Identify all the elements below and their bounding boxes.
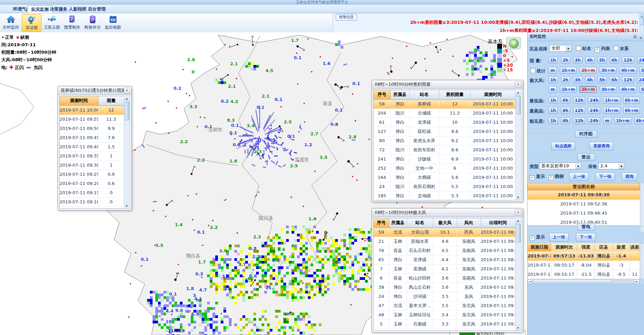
table-row[interactable]: 2019-07-11 09:509.9 [60,124,124,133]
table-row[interactable]: 2019-07-11 09:100 [60,198,124,207]
column-header[interactable]: 站名 [410,90,440,99]
toolbar-calendar-refresh-button[interactable]: 监控刷新 [104,14,123,31]
scroll-thumb[interactable] [125,102,129,120]
period-button-2h+m[interactable]: 2h+m [580,67,596,74]
period-button-1h[interactable]: 1h [549,97,558,104]
period-button-12h[interactable]: 12h [573,117,585,124]
period-button-5h+m[interactable]: 5h+m [640,86,644,93]
scroll-thumb[interactable] [533,279,612,284]
table-row[interactable]: 72陆川良田车田村8.62019-07-11 10:00 [374,146,516,155]
radar-image-item[interactable]: 2019-07-11 09:52:36 [528,200,640,209]
period-button-5h[interactable]: 5h [598,57,607,64]
table-row[interactable]: 164博白大垌镇5.62019-07-11 10:00 [374,173,516,182]
period-button-4h+m[interactable]: 4h+m [619,67,636,74]
table-row[interactable]: 76容县石头石剑村4.5东南风2019-07-11 08:08 [374,246,516,255]
period-button-12h[interactable]: 12h [573,107,585,114]
scroll-down-icon[interactable]: ▼ [516,325,520,331]
period-button-1h[interactable]: 1h [549,117,558,124]
scroll-down-icon[interactable]: ▼ [516,195,520,200]
table-row[interactable]: 2019-07-11 09:457.6 [60,133,124,143]
radar-图例[interactable]: ✓图例 [548,174,567,179]
period-button-1h[interactable]: 1h [549,57,558,64]
period-button-6h[interactable]: 6h [561,117,570,124]
period-button-1h+m[interactable]: 1h+m [603,107,620,114]
popup-title[interactable]: 08时~10时00分钟累积雨量 × [372,80,523,89]
lightning-show-checkbox[interactable]: ✓ [530,236,535,241]
layer-水系[interactable]: 水系 [613,46,632,51]
max-wind-popup[interactable]: 08时~10时00分钟极大风 × 序号所属县站名极大风风向出现时间59北流大容山… [372,208,523,333]
table-row[interactable]: 65博白龙潭镇4.4东北风2019-07-11 08:34 [374,255,516,265]
close-icon[interactable]: × [515,82,521,87]
layer-站名-checkbox[interactable] [576,46,581,51]
lt-next-button[interactable]: 下一张 [576,233,596,241]
column-header[interactable]: 观测日期 [528,243,551,252]
county-select[interactable]: 全部 ▼ [549,45,572,52]
lightning-hscrollbar[interactable]: ◄ ► [528,279,640,284]
table-row[interactable]: 2019-07-11 09:250.9 [60,170,124,179]
table-row[interactable]: 2019-07-11 09:351 [60,152,124,161]
period-button-6h+m[interactable]: 6h+m [634,117,644,124]
table-row[interactable]: 61博白龙潭镇102019-07-11 10:00 [374,118,516,127]
zoom-in-button[interactable]: + [509,39,519,48]
table-row[interactable]: 48玉林玉林站旧址3.4东北风2019-07-11 09:09 [374,311,516,320]
layer-水系-checkbox[interactable] [613,46,618,51]
lightning-show[interactable]: ✓显示 [530,235,548,239]
period-button-3h+m[interactable]: 3h+m [600,86,616,93]
popup-scrollbar[interactable]: ▲▼ [515,218,521,331]
layer-列表[interactable]: ✓列表 [595,46,613,51]
column-header[interactable]: 观测时次 [551,243,577,252]
column-header[interactable]: 站名 [407,218,434,228]
period-button-1h[interactable]: 1h [549,107,558,114]
table-row[interactable]: 7玉林卖酒镇4.2东南风2019-07-11 09:59 [374,265,516,274]
scroll-up-icon[interactable]: ▲ [640,14,644,18]
column-header[interactable]: 所属县 [389,218,407,228]
period-button-2h+m[interactable]: 2h+m [580,86,596,93]
radar-显示-checkbox[interactable]: ✓ [530,175,535,180]
period-button-24h[interactable]: 24h [637,77,644,83]
period-button-4h[interactable]: 4h [585,57,595,64]
table-row[interactable]: 5玉林石南镇3.3东北风2019-07-11 09:59 [374,320,516,329]
scroll-thumb[interactable] [516,96,521,114]
lightning-row[interactable]: 2019-07-1109:55:17-21.5博白县-9.511 [528,270,640,279]
toolbar-warning-doc-button[interactable]: 预警制作 [63,14,82,31]
period-button-4h+m[interactable]: 4h+m [619,86,636,93]
period-button-m[interactable]: m [603,117,611,124]
radar-elev-select[interactable]: 2.4 ▼ [598,163,625,169]
column-header[interactable]: 风向 [457,218,481,228]
lt-prev-button[interactable]: 上一张 [549,233,569,241]
period-button-4h[interactable]: 4h [585,77,595,83]
scroll-down-icon[interactable]: ▼ [124,203,129,208]
station-select-button[interactable]: 站点选择 [551,142,575,150]
column-header[interactable]: 观测时间 [60,96,98,105]
table-row[interactable]: 185博白文地镇5.32019-07-11 10:00 [374,191,516,201]
column-header[interactable]: 区县 [595,243,613,252]
table-row[interactable]: 2019-07-11 09:401.5 [60,143,124,152]
table-row[interactable]: 127博白双旺镇9.62019-07-11 10:00 [374,127,516,136]
lightning-row[interactable]: 2019-07-1109:57:13-11.03博白县-1.4 [528,252,640,261]
scroll-thumb[interactable] [640,18,644,25]
layer-站名[interactable]: 站名 [576,46,595,51]
period-button-1h+m[interactable]: 1h+m [603,97,620,104]
table-row[interactable]: 252博白文地一中62019-07-11 10:00 [374,164,516,173]
column-header[interactable]: 累积雨量 [439,90,471,99]
column-header[interactable]: 所属县 [391,90,410,99]
period-button-12h[interactable]: 12h [573,97,585,104]
table-row[interactable]: 2019-07-11 10:0012 [60,105,124,115]
scroll-thumb[interactable] [516,224,521,242]
pin-icon[interactable] [633,34,637,42]
column-header[interactable]: 误差 [630,243,640,252]
stat[interactable]: 统计 [530,68,549,74]
alarm-scrollbar[interactable]: ▲ [640,14,644,35]
popup-title[interactable]: 08时~10时00分钟极大风 × [372,208,523,217]
column-header[interactable]: 陡度 [613,243,630,252]
period-button-3h[interactable]: 3h [573,77,582,83]
station-rain-popup[interactable]: 英桥镇(N5702)逐5分钟累计雨量 × 观测时间雨量2019-07-11 10… [58,86,132,211]
radar-type-select[interactable]: 基本反射率19 ▼ [539,163,582,169]
toolbar-home-button[interactable]: 实时监控 [1,14,20,31]
table-row[interactable]: 21玉林苏烟水库4.6东南风2019-07-11 09:49 [374,237,516,246]
column-header[interactable]: 出现时间 [481,218,516,228]
radar-图例-checkbox[interactable]: ✓ [548,175,553,180]
next-image-button[interactable]: 下一张 [595,172,615,181]
period-button-6h[interactable]: 6h [561,107,570,114]
lightning-row[interactable]: 2019-07-1109:55:17-8.04博白县-3 [528,261,640,270]
